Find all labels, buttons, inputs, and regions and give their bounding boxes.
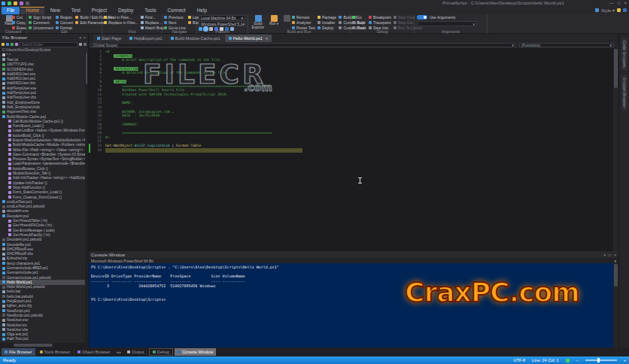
- dock-tab-output[interactable]: Output: [124, 348, 147, 356]
- tree-item[interactable]: Path Test.ps1: [0, 337, 85, 341]
- region-button[interactable]: Region: [56, 15, 74, 20]
- side-tab-code-snippets[interactable]: Code Snippets: [621, 38, 627, 71]
- package-button[interactable]: Package: [318, 15, 336, 20]
- filter-icon[interactable]: [15, 43, 18, 46]
- shell-dropdown[interactable]: Windows PowerShell 5.1▾: [199, 21, 245, 26]
- functions-dropdown[interactable]: (Functions)▾: [519, 43, 614, 47]
- code-token: AUTHOR: alex@sapien.com ,: [105, 110, 174, 114]
- replace-in-files-button[interactable]: Replace in Files...: [104, 20, 138, 25]
- tree-item[interactable]: Build-ModuleCache <Module <Folders <stri…: [0, 143, 85, 147]
- layout-icon[interactable]: [595, 8, 599, 12]
- remote-button[interactable]: Remote: [292, 15, 315, 20]
- document-tab-start-page[interactable]: Start Page: [93, 35, 125, 42]
- fn-icon: [8, 144, 11, 147]
- installer-button[interactable]: Installer: [318, 20, 336, 25]
- ribbon-tab-project[interactable]: Project: [87, 7, 112, 14]
- analyzer-button[interactable]: Analyzer: [292, 20, 315, 25]
- console-output[interactable]: PS C:\Users\Alex\Desktop\Scripts> . "C:\…: [89, 263, 618, 347]
- panel-maximize-icon[interactable]: □: [609, 253, 611, 257]
- run-alt-button[interactable]: [281, 15, 292, 29]
- find-in-files-button[interactable]: Find in Files...: [104, 15, 138, 20]
- use-arguments-toggle[interactable]: [417, 15, 427, 20]
- scope-dropdown[interactable]: (Global Scope)▾: [90, 43, 516, 47]
- dock-tab-object-browser[interactable]: Object Browser: [74, 348, 114, 356]
- maximize-button[interactable]: □: [618, 0, 621, 7]
- search-input[interactable]: [20, 42, 77, 47]
- fn-icon: [8, 191, 11, 194]
- settings-icon[interactable]: [84, 43, 87, 46]
- zoom-in-icon[interactable]: +: [624, 358, 626, 362]
- pin-icon[interactable]: ▾: [80, 35, 82, 40]
- tracepoint-icon: [369, 21, 372, 24]
- save-icon[interactable]: [20, 2, 23, 5]
- theme-icon[interactable]: [617, 8, 621, 12]
- style-dropdown[interactable]: Style ▾: [601, 8, 615, 13]
- ribbon-tab-help[interactable]: Help: [192, 7, 212, 14]
- dock-tab-file-browser[interactable]: File Browser: [2, 348, 35, 356]
- tree-vertical-scrollbar[interactable]: [85, 53, 88, 343]
- editor-vertical-scrollbar[interactable]: [613, 48, 618, 251]
- tree-item[interactable]: Export-ModuleSelection <ModuleSelection …: [0, 138, 85, 142]
- tree-item-label: Decodehr.ps1: [7, 214, 29, 218]
- new-file-icon[interactable]: [8, 2, 11, 5]
- code-editor[interactable]: 123456789101112131415161718192021222324 …: [89, 48, 618, 251]
- console-shell-selector[interactable]: Microsoft Windows PowerShell 64 Bit ▾: [89, 258, 618, 263]
- minimize-button[interactable]: —: [609, 0, 614, 7]
- document-tab-build-module-cache-ps1[interactable]: Build-Module-Cache.ps1: [167, 35, 224, 42]
- run-button[interactable]: Run ▾: [268, 15, 280, 29]
- tracepoint-button[interactable]: Tracepoint: [369, 20, 391, 25]
- zoom-out-icon[interactable]: −: [576, 358, 579, 362]
- document-tab-hello-world-ps1[interactable]: Hello-World.ps1×: [225, 35, 272, 42]
- stop-button[interactable]: Stop: [352, 20, 366, 25]
- ribbon-tab-home[interactable]: Home: [20, 7, 44, 14]
- convert-button[interactable]: Convert: [56, 20, 74, 25]
- tree-item-label: Add0401User.exe: [7, 72, 35, 76]
- side-tab-snippet-browser[interactable]: Snippet Browser: [621, 74, 627, 111]
- ribbon-tab-test[interactable]: Test: [66, 7, 86, 14]
- dock-tab-scroll[interactable]: ◂ ▸: [115, 350, 123, 354]
- panel-close-icon[interactable]: ×: [614, 253, 616, 257]
- previous-button[interactable]: Previous: [164, 15, 186, 20]
- home-folder-icon[interactable]: [11, 43, 14, 46]
- document-tab-helpexport-ps1[interactable]: HelpExport.ps1: [126, 35, 166, 42]
- panel-close-icon[interactable]: ×: [84, 35, 86, 40]
- go-button[interactable]: Go: [352, 15, 366, 20]
- close-tab-icon[interactable]: ×: [266, 36, 268, 41]
- comment-button[interactable]: Comment: [29, 20, 53, 25]
- tree-item-label: DHCPRoolF.vbs: [7, 252, 33, 256]
- close-button[interactable]: ×: [624, 0, 627, 7]
- sync-icon[interactable]: [79, 43, 82, 46]
- tree-item[interactable]: Load-ListBox <listbox <System.Windows.Fo…: [0, 129, 85, 133]
- breakpoint-button[interactable]: Breakpoint: [369, 15, 391, 20]
- machine-dropdown[interactable]: Local Machine 64 Bit▾: [199, 15, 245, 20]
- tree-item[interactable]: Add-InfoTracker <Name <string>> <AddScri…: [0, 176, 85, 180]
- ribbon-tab-deploy[interactable]: Deploy: [113, 7, 138, 14]
- ribbon-tab-tools[interactable]: Tools: [139, 7, 161, 14]
- copy-button[interactable]: Copy: [12, 20, 26, 25]
- arguments-combo[interactable]: ▾: [417, 21, 477, 26]
- undo-icon[interactable]: [26, 2, 29, 5]
- zoom-slider[interactable]: [585, 359, 617, 361]
- sign-script-button[interactable]: Sign Script: [29, 15, 53, 20]
- tree-item[interactable]: Write-File <Path <string>> <Value <strin…: [0, 147, 85, 152]
- dock-tab-tools-browser[interactable]: Tools Browser: [37, 348, 74, 356]
- ribbon-tab-connect[interactable]: Connect: [162, 7, 190, 14]
- open-folder-icon[interactable]: [14, 2, 17, 5]
- tree-item-label: cmdLetTest.ps1: [7, 200, 32, 204]
- tree-item[interactable]: Process-Syntax <SyntaxText <StringBuilde…: [0, 157, 85, 162]
- new-folder-icon[interactable]: [2, 43, 5, 46]
- tree-item[interactable]: Load-Parameters <parameternode <$handler…: [0, 162, 85, 166]
- script-explorer-button[interactable]: Script Explorer: [250, 15, 266, 29]
- tree-item-label: AddTempUser.exe: [7, 86, 36, 90]
- console-vertical-scrollbar[interactable]: [613, 263, 618, 347]
- ribbon-tab-new[interactable]: New: [45, 7, 65, 14]
- dock-tab-debug[interactable]: Debug: [149, 348, 173, 356]
- panel-menu-icon[interactable]: ▾: [604, 253, 606, 257]
- cut-button[interactable]: Cut: [12, 15, 26, 20]
- dock-tab-console-window[interactable]: Console Window: [175, 348, 216, 356]
- next-button[interactable]: Next: [164, 20, 186, 25]
- help-icon[interactable]: [623, 8, 627, 12]
- ribbon-tab-file[interactable]: File: [2, 7, 20, 14]
- tree-item[interactable]: Save-Command <$handler <System.IO.Stream…: [0, 152, 85, 156]
- refresh-icon[interactable]: [6, 43, 9, 46]
